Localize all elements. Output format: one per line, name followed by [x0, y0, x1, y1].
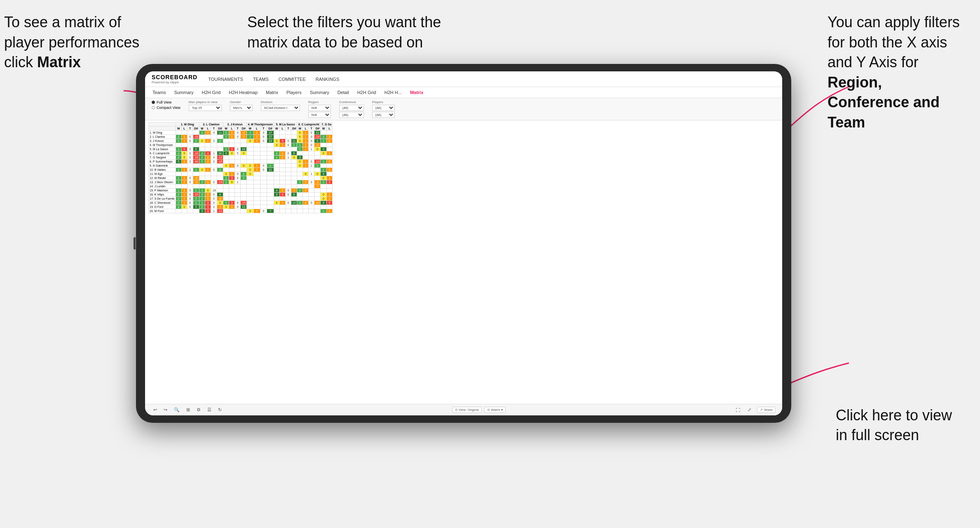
table-row: 16. K Vilips210-252204330801: [149, 193, 333, 197]
matrix-cell: 0: [260, 139, 267, 143]
subnav-teams[interactable]: Teams: [152, 89, 166, 96]
matrix-cell: -11: [217, 209, 223, 213]
matrix-cell: [217, 143, 223, 147]
matrix-cell: 1: [279, 151, 285, 156]
matrix-cell: [211, 135, 217, 139]
conference-filter: Conference (All) (All): [339, 100, 364, 118]
screen-icon[interactable]: ⛶: [734, 407, 742, 413]
matrix-cell: [309, 156, 314, 160]
division-select[interactable]: NCAA Division I: [261, 105, 300, 111]
redo-btn[interactable]: ↪: [162, 406, 169, 413]
player-name-cell: 2. L Clanton: [149, 135, 176, 139]
matrix-cell: [247, 180, 253, 184]
fullscreen-btn[interactable]: ⤢: [746, 406, 753, 413]
matrix-cell: [253, 151, 260, 156]
matrix-cell: 5: [326, 201, 332, 205]
matrix-cell: [229, 160, 235, 164]
players-select2[interactable]: (All): [372, 112, 395, 118]
matrix-cell: [176, 131, 181, 135]
subnav-h2h-heatmap[interactable]: H2H Heatmap: [228, 89, 258, 96]
share-button[interactable]: ↗ Share: [757, 407, 776, 413]
matrix-cell: 13: [314, 131, 321, 135]
matrix-cell: 1: [199, 197, 205, 201]
compact-view-option[interactable]: Compact View: [152, 106, 181, 110]
matrix-cell: [314, 176, 321, 180]
matrix-cell: [297, 176, 303, 180]
matrix-cell: [176, 143, 181, 147]
matrix-cell: [297, 205, 303, 209]
full-view-radio[interactable]: [152, 101, 155, 104]
matrix-cell: 1: [223, 180, 229, 184]
undo-btn[interactable]: ↩: [152, 406, 159, 413]
player-name-cell: 12. M Riedel: [149, 176, 176, 180]
matrix-cell: 2: [321, 135, 326, 139]
subnav-players[interactable]: Players: [286, 89, 302, 96]
matrix-cell: 1: [309, 164, 314, 168]
matrix-cell: 2: [303, 189, 309, 193]
matrix-cell: [260, 180, 267, 184]
gender-select[interactable]: Men's: [230, 105, 253, 111]
region-select1[interactable]: N/A: [308, 105, 331, 111]
matrix-cell: 0: [217, 201, 223, 205]
matrix-cell: [274, 209, 279, 213]
grid-btn[interactable]: ⊞: [185, 406, 192, 413]
player-name-cell: 3. J Koivun: [149, 139, 176, 143]
zoom-btn[interactable]: 🔍: [172, 406, 181, 413]
matrix-cell: 1: [303, 135, 309, 139]
matrix-cell: 1: [181, 201, 187, 205]
conference-select2[interactable]: (All): [339, 112, 364, 118]
nav-teams[interactable]: TEAMS: [252, 75, 270, 83]
matrix-cell: 1: [267, 164, 274, 168]
sh-w4: W: [247, 127, 253, 131]
conference-select1[interactable]: (All): [339, 105, 364, 111]
matrix-cell: [285, 135, 291, 139]
table-row: 11. M Ege010100104: [149, 172, 333, 176]
matrix-cell: [181, 131, 187, 135]
compact-view-radio[interactable]: [152, 106, 155, 109]
matrix-cell: [193, 209, 199, 213]
matrix-cell: -15: [241, 201, 247, 205]
full-view-option[interactable]: Full View: [152, 100, 181, 104]
players-select1[interactable]: (All): [372, 105, 395, 111]
region-select2[interactable]: N/A: [308, 112, 331, 118]
matrix-cell: [291, 205, 297, 209]
tablet-device: SCOREBOARD Powered by clippd TOURNAMENTS…: [136, 64, 791, 423]
refresh-btn[interactable]: ↻: [216, 406, 223, 413]
matrix-cell: [314, 168, 321, 172]
matrix-cell: [217, 184, 223, 189]
matrix-cell: [267, 147, 274, 151]
subnav-h2h-grid2[interactable]: H2H Grid: [356, 89, 377, 96]
sh-w6: W: [297, 127, 303, 131]
region-filter: Region N/A N/A: [308, 100, 331, 118]
matrix-cell: 1: [229, 131, 235, 135]
subnav-detail[interactable]: Detail: [337, 89, 350, 96]
matrix-cell: [291, 180, 297, 184]
subnav-summary2[interactable]: Summary: [309, 89, 330, 96]
subnav-h2h-grid[interactable]: H2H Grid: [201, 89, 221, 96]
settings-btn[interactable]: ⚙: [195, 406, 202, 413]
matrix-cell: 0: [309, 160, 314, 164]
matrix-table-area: 1. W Ding 2. L Clanton 3. J Koivun 4. M …: [145, 120, 782, 404]
matrix-cell: 4: [274, 189, 279, 193]
matrix-cell: 1: [309, 172, 314, 176]
toolbar-center: ⊙ View: Original ⊙ Watch ▾: [452, 407, 506, 413]
matrix-cell: [235, 156, 241, 160]
max-players-select[interactable]: Top 25: [189, 105, 222, 111]
sh-w3: W: [223, 127, 229, 131]
watch-button[interactable]: ⊙ Watch ▾: [484, 407, 506, 413]
settings2-btn[interactable]: ☰: [206, 406, 213, 413]
subnav-matrix-active[interactable]: Matrix: [409, 89, 424, 96]
nav-rankings[interactable]: RANKINGS: [315, 75, 340, 83]
matrix-cell: 0: [235, 147, 241, 151]
subnav-matrix[interactable]: Matrix: [265, 89, 279, 96]
matrix-cell: 0: [235, 176, 241, 180]
matrix-cell: [326, 172, 332, 176]
subnav-summary[interactable]: Summary: [173, 89, 194, 96]
matrix-cell: -25: [193, 193, 199, 197]
nav-committee[interactable]: COMMITTEE: [278, 75, 307, 83]
nav-tournaments[interactable]: TOURNAMENTS: [207, 75, 244, 83]
subnav-h2h-h[interactable]: H2H H...: [384, 89, 403, 96]
matrix-cell: [253, 189, 260, 193]
view-original-button[interactable]: ⊙ View: Original: [452, 407, 482, 413]
matrix-cell: [274, 180, 279, 184]
